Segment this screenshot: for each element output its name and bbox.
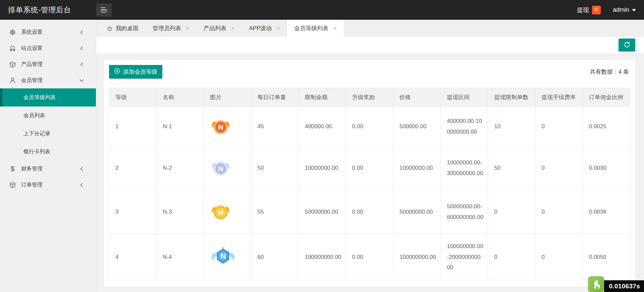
gear-icon: [9, 29, 16, 36]
cell-limit-amount: 100000000.00: [299, 234, 346, 280]
cell-withdraw-range: 10000000.00-300000000.00: [441, 146, 488, 190]
sidebar-subitem-label: 银行卡列表: [23, 148, 50, 155]
app-root: 排单系统-管理后台 提现 0 admin 系统设置: [0, 0, 644, 292]
close-icon[interactable]: [276, 25, 280, 31]
column-header: 提现区间: [441, 88, 488, 107]
tab-bar: 我的桌面 管理员列表 产品列表 APP滚动 会员等级列表: [96, 20, 644, 37]
sidebar-item-label: 系统设置: [21, 29, 43, 36]
cell-daily-orders: 60: [251, 234, 299, 280]
column-header: 提现手续费率: [535, 88, 583, 107]
cell-upgrade-reward: 0.00: [346, 107, 393, 146]
withdraw-link[interactable]: 提现 0: [577, 6, 601, 14]
cell-level: 1: [109, 107, 157, 146]
cell-image: N: [204, 146, 251, 190]
cell-level: 3: [109, 190, 157, 234]
table-header-row: 等级 名称 图片 每日订单量 限制金额 升级奖励 价格 提现区间 提现限制单数 …: [109, 88, 630, 107]
column-header: 升级奖励: [346, 88, 393, 107]
cube-icon: [9, 181, 16, 189]
svg-text:N: N: [218, 123, 223, 131]
svg-text:N: N: [218, 164, 223, 172]
cell-name: N-1: [157, 107, 204, 146]
tab-desktop[interactable]: 我的桌面: [100, 20, 146, 37]
column-header: 每日订单量: [251, 88, 299, 107]
cell-upgrade-reward: 0.00: [346, 190, 393, 234]
withdraw-count-badge: 0: [592, 6, 601, 14]
trace-logo-icon[interactable]: [588, 276, 604, 292]
site-nodes-icon: [9, 45, 16, 52]
card-header-row: 添加会员等级 共有数据：4 条: [109, 65, 630, 83]
sidebar-item-finance-management[interactable]: $ 财务管理: [0, 161, 96, 177]
sidebar-item-label: 会员管理: [21, 77, 43, 84]
sidebar-item-site-settings[interactable]: 站点设置: [0, 40, 96, 56]
execution-time-badge: 0.010637s: [604, 280, 644, 292]
level-badge-image: N: [210, 116, 231, 137]
cell-upgrade-reward: 0.00: [346, 146, 393, 190]
refresh-icon: [624, 41, 631, 49]
cell-fee-rate: 0: [535, 190, 583, 234]
cell-withdraw-limit: 50: [488, 146, 535, 190]
cell-name: N-2: [157, 146, 204, 190]
table-row: 4 N-4: [109, 234, 630, 280]
tab-member-level-list[interactable]: 会员等级列表: [287, 20, 344, 37]
add-member-level-button[interactable]: 添加会员等级: [109, 65, 162, 79]
plus-circle-icon: [114, 68, 120, 76]
content-card: 添加会员等级 共有数据：4 条 等级 名称 图片 每日订单量 限制金额: [104, 60, 635, 287]
cell-withdraw-limit: 0: [488, 234, 535, 280]
sidebar-item-product-management[interactable]: 产品管理: [0, 56, 96, 72]
close-icon[interactable]: [333, 25, 337, 31]
sidebar-item-member-management[interactable]: 会员管理: [0, 72, 96, 88]
svg-text:N: N: [218, 208, 223, 216]
tab-product-list[interactable]: 产品列表: [197, 20, 242, 37]
user-icon: [9, 77, 16, 84]
chevron-left-icon: [79, 167, 84, 171]
cell-limit-amount: 10000000.00: [299, 146, 346, 190]
cell-upgrade-reward: 0.00: [346, 234, 393, 280]
top-header: 排单系统-管理后台 提现 0 admin: [0, 0, 644, 20]
sidebar-item-member-list[interactable]: 会员列表: [0, 106, 96, 125]
tab-label: 产品列表: [204, 24, 226, 32]
cell-price: 10000000.00: [393, 146, 441, 190]
level-badge-image: N: [210, 245, 236, 269]
cell-commission: 0.0050: [583, 234, 630, 280]
sidebar-item-credit-records[interactable]: 上下分记录: [0, 125, 96, 143]
chevron-left-icon: [79, 30, 84, 34]
home-icon: [107, 25, 113, 31]
cell-withdraw-limit: 10: [488, 107, 535, 146]
sidebar-toggle-button[interactable]: [96, 3, 112, 17]
cell-commission: 0.0038: [583, 190, 630, 234]
cell-commission: 0.0025: [583, 107, 630, 146]
cell-withdraw-range: 400000.00-100000000.00: [441, 107, 488, 146]
sidebar-item-order-management[interactable]: 订单管理: [0, 177, 96, 193]
user-menu[interactable]: admin: [613, 6, 636, 13]
cell-image: N: [204, 234, 251, 280]
sidebar-item-bank-card-list[interactable]: 银行卡列表: [0, 143, 96, 161]
cell-daily-orders: 55: [251, 190, 299, 234]
svg-text:N: N: [221, 252, 226, 260]
cell-level: 4: [109, 234, 157, 280]
cell-limit-amount: 50000000.00: [299, 190, 346, 234]
tab-admin-list[interactable]: 管理员列表: [146, 20, 197, 37]
column-header: 提现限制单数: [488, 88, 535, 107]
cell-level: 2: [109, 146, 157, 190]
cell-commission: 0.0030: [583, 146, 630, 190]
header-right: 提现 0 admin: [577, 6, 636, 14]
menu-icon: [101, 7, 107, 12]
sidebar-item-member-level-list[interactable]: 会员等级列表: [0, 88, 96, 106]
close-icon[interactable]: [186, 25, 190, 31]
level-badge-image: N: [210, 157, 231, 179]
chevron-down-icon: [79, 78, 84, 83]
column-header: 价格: [393, 88, 441, 107]
cell-daily-orders: 45: [251, 107, 299, 146]
tab-app-scroll[interactable]: APP滚动: [242, 20, 287, 37]
tab-label: 我的桌面: [116, 24, 139, 32]
tab-label: APP滚动: [249, 24, 272, 32]
refresh-button[interactable]: [619, 39, 635, 52]
sidebar: 系统设置 站点设置 产品管理: [0, 20, 96, 292]
sidebar-item-system-settings[interactable]: 系统设置: [0, 24, 96, 40]
close-icon[interactable]: [231, 25, 235, 31]
cell-name: N-3: [157, 190, 204, 234]
cell-price: 100000000.00: [393, 234, 441, 280]
add-button-label: 添加会员等级: [123, 68, 157, 76]
member-level-table: 等级 名称 图片 每日订单量 限制金额 升级奖励 价格 提现区间 提现限制单数 …: [109, 88, 630, 280]
cell-limit-amount: 400000.00: [299, 107, 346, 146]
